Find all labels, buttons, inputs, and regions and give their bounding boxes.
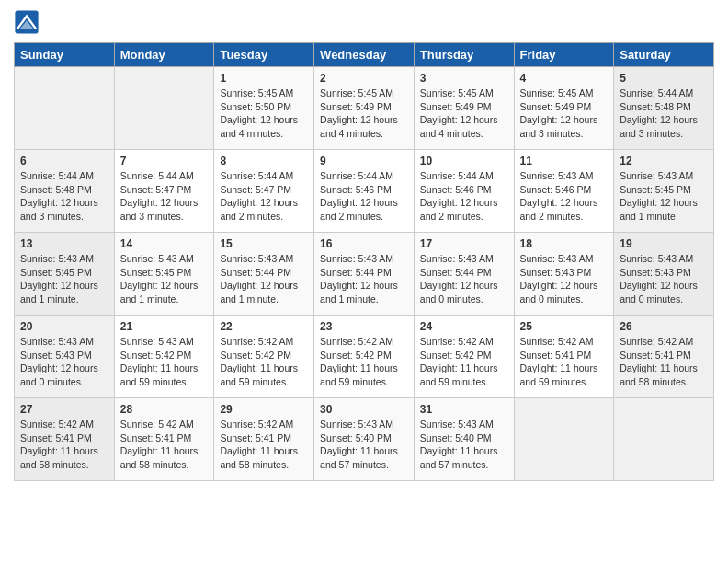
cell-content: Sunrise: 5:42 AM Sunset: 5:42 PM Dayligh…	[420, 335, 508, 389]
day-number: 17	[420, 237, 508, 250]
cell-content: Sunrise: 5:45 AM Sunset: 5:49 PM Dayligh…	[320, 86, 408, 141]
calendar-cell: 1Sunrise: 5:45 AM Sunset: 5:50 PM Daylig…	[214, 67, 314, 150]
calendar-cell: 12Sunrise: 5:43 AM Sunset: 5:45 PM Dayli…	[614, 150, 714, 233]
day-header-saturday: Saturday	[614, 43, 714, 67]
calendar-cell: 26Sunrise: 5:42 AM Sunset: 5:41 PM Dayli…	[614, 316, 714, 398]
day-number: 26	[620, 320, 708, 333]
calendar-cell: 11Sunrise: 5:43 AM Sunset: 5:46 PM Dayli…	[514, 150, 614, 233]
day-number: 1	[220, 72, 308, 85]
calendar-cell: 4Sunrise: 5:45 AM Sunset: 5:49 PM Daylig…	[514, 67, 614, 150]
cell-content: Sunrise: 5:43 AM Sunset: 5:40 PM Dayligh…	[320, 418, 408, 472]
week-row-4: 20Sunrise: 5:43 AM Sunset: 5:43 PM Dayli…	[15, 316, 714, 398]
day-number: 23	[320, 320, 408, 333]
day-number: 18	[520, 237, 609, 250]
week-row-2: 6Sunrise: 5:44 AM Sunset: 5:48 PM Daylig…	[15, 150, 714, 233]
calendar-cell: 15Sunrise: 5:43 AM Sunset: 5:44 PM Dayli…	[214, 233, 314, 316]
calendar-cell: 5Sunrise: 5:44 AM Sunset: 5:48 PM Daylig…	[614, 67, 714, 150]
day-number: 6	[20, 155, 108, 167]
calendar-cell	[614, 398, 714, 481]
cell-content: Sunrise: 5:42 AM Sunset: 5:41 PM Dayligh…	[120, 418, 209, 472]
day-number: 3	[420, 72, 508, 85]
calendar-cell: 9Sunrise: 5:44 AM Sunset: 5:46 PM Daylig…	[314, 150, 415, 233]
cell-content: Sunrise: 5:43 AM Sunset: 5:44 PM Dayligh…	[220, 252, 308, 306]
day-number: 16	[320, 237, 408, 250]
day-number: 5	[620, 72, 708, 85]
cell-content: Sunrise: 5:44 AM Sunset: 5:46 PM Dayligh…	[320, 169, 408, 224]
day-header-tuesday: Tuesday	[214, 43, 314, 67]
logo	[14, 9, 43, 35]
cell-content: Sunrise: 5:42 AM Sunset: 5:41 PM Dayligh…	[620, 335, 708, 389]
calendar-cell: 17Sunrise: 5:43 AM Sunset: 5:44 PM Dayli…	[414, 233, 514, 316]
cell-content: Sunrise: 5:44 AM Sunset: 5:47 PM Dayligh…	[120, 169, 209, 224]
cell-content: Sunrise: 5:43 AM Sunset: 5:42 PM Dayligh…	[120, 335, 209, 389]
day-number: 24	[420, 320, 508, 333]
day-number: 19	[620, 237, 708, 250]
cell-content: Sunrise: 5:42 AM Sunset: 5:41 PM Dayligh…	[520, 335, 609, 389]
calendar-cell: 7Sunrise: 5:44 AM Sunset: 5:47 PM Daylig…	[114, 150, 214, 233]
cell-content: Sunrise: 5:43 AM Sunset: 5:43 PM Dayligh…	[520, 252, 609, 306]
cell-content: Sunrise: 5:44 AM Sunset: 5:46 PM Dayligh…	[420, 169, 508, 224]
calendar-cell: 2Sunrise: 5:45 AM Sunset: 5:49 PM Daylig…	[314, 67, 415, 150]
day-number: 22	[220, 320, 308, 333]
day-number: 29	[220, 403, 308, 416]
cell-content: Sunrise: 5:44 AM Sunset: 5:48 PM Dayligh…	[20, 169, 108, 224]
calendar-cell: 3Sunrise: 5:45 AM Sunset: 5:49 PM Daylig…	[414, 67, 514, 150]
day-number: 2	[320, 72, 408, 85]
day-header-thursday: Thursday	[414, 43, 514, 67]
calendar-cell: 24Sunrise: 5:42 AM Sunset: 5:42 PM Dayli…	[414, 316, 514, 398]
calendar-cell: 18Sunrise: 5:43 AM Sunset: 5:43 PM Dayli…	[514, 233, 614, 316]
week-row-1: 1Sunrise: 5:45 AM Sunset: 5:50 PM Daylig…	[15, 67, 714, 150]
calendar-cell	[15, 67, 115, 150]
cell-content: Sunrise: 5:44 AM Sunset: 5:47 PM Dayligh…	[220, 169, 308, 224]
calendar-header-row: SundayMondayTuesdayWednesdayThursdayFrid…	[15, 43, 714, 67]
day-number: 27	[20, 403, 108, 416]
day-number: 28	[120, 403, 209, 416]
day-number: 14	[120, 237, 209, 250]
day-number: 11	[520, 155, 609, 167]
cell-content: Sunrise: 5:45 AM Sunset: 5:49 PM Dayligh…	[420, 86, 508, 141]
calendar-cell: 8Sunrise: 5:44 AM Sunset: 5:47 PM Daylig…	[214, 150, 314, 233]
logo-icon	[14, 9, 40, 35]
calendar-cell: 28Sunrise: 5:42 AM Sunset: 5:41 PM Dayli…	[114, 398, 214, 481]
calendar-cell: 13Sunrise: 5:43 AM Sunset: 5:45 PM Dayli…	[15, 233, 115, 316]
day-number: 7	[120, 155, 209, 167]
day-number: 31	[420, 403, 508, 416]
day-number: 8	[220, 155, 308, 167]
week-row-5: 27Sunrise: 5:42 AM Sunset: 5:41 PM Dayli…	[15, 398, 714, 481]
day-number: 9	[320, 155, 408, 167]
cell-content: Sunrise: 5:44 AM Sunset: 5:48 PM Dayligh…	[620, 86, 708, 141]
calendar-table: SundayMondayTuesdayWednesdayThursdayFrid…	[14, 42, 714, 481]
calendar-cell: 10Sunrise: 5:44 AM Sunset: 5:46 PM Dayli…	[414, 150, 514, 233]
calendar-cell: 6Sunrise: 5:44 AM Sunset: 5:48 PM Daylig…	[15, 150, 115, 233]
cell-content: Sunrise: 5:45 AM Sunset: 5:50 PM Dayligh…	[220, 86, 308, 141]
day-number: 20	[20, 320, 108, 333]
day-number: 10	[420, 155, 508, 167]
day-number: 30	[320, 403, 408, 416]
cell-content: Sunrise: 5:43 AM Sunset: 5:46 PM Dayligh…	[520, 169, 609, 224]
day-header-sunday: Sunday	[15, 43, 115, 67]
cell-content: Sunrise: 5:42 AM Sunset: 5:41 PM Dayligh…	[20, 418, 108, 472]
cell-content: Sunrise: 5:42 AM Sunset: 5:42 PM Dayligh…	[220, 335, 308, 389]
cell-content: Sunrise: 5:42 AM Sunset: 5:41 PM Dayligh…	[220, 418, 308, 472]
cell-content: Sunrise: 5:43 AM Sunset: 5:45 PM Dayligh…	[120, 252, 209, 306]
calendar-cell: 23Sunrise: 5:42 AM Sunset: 5:42 PM Dayli…	[314, 316, 415, 398]
calendar-cell: 29Sunrise: 5:42 AM Sunset: 5:41 PM Dayli…	[214, 398, 314, 481]
cell-content: Sunrise: 5:42 AM Sunset: 5:42 PM Dayligh…	[320, 335, 408, 389]
cell-content: Sunrise: 5:43 AM Sunset: 5:44 PM Dayligh…	[320, 252, 408, 306]
day-number: 15	[220, 237, 308, 250]
calendar-cell: 20Sunrise: 5:43 AM Sunset: 5:43 PM Dayli…	[15, 316, 115, 398]
cell-content: Sunrise: 5:43 AM Sunset: 5:40 PM Dayligh…	[420, 418, 508, 472]
cell-content: Sunrise: 5:45 AM Sunset: 5:49 PM Dayligh…	[520, 86, 609, 141]
cell-content: Sunrise: 5:43 AM Sunset: 5:43 PM Dayligh…	[620, 252, 708, 306]
cell-content: Sunrise: 5:43 AM Sunset: 5:45 PM Dayligh…	[20, 252, 108, 306]
calendar-cell: 19Sunrise: 5:43 AM Sunset: 5:43 PM Dayli…	[614, 233, 714, 316]
calendar-cell: 14Sunrise: 5:43 AM Sunset: 5:45 PM Dayli…	[114, 233, 214, 316]
day-number: 25	[520, 320, 609, 333]
calendar-cell	[514, 398, 614, 481]
week-row-3: 13Sunrise: 5:43 AM Sunset: 5:45 PM Dayli…	[15, 233, 714, 316]
calendar-cell	[114, 67, 214, 150]
day-number: 12	[620, 155, 708, 167]
cell-content: Sunrise: 5:43 AM Sunset: 5:44 PM Dayligh…	[420, 252, 508, 306]
day-number: 21	[120, 320, 209, 333]
calendar-cell: 30Sunrise: 5:43 AM Sunset: 5:40 PM Dayli…	[314, 398, 415, 481]
